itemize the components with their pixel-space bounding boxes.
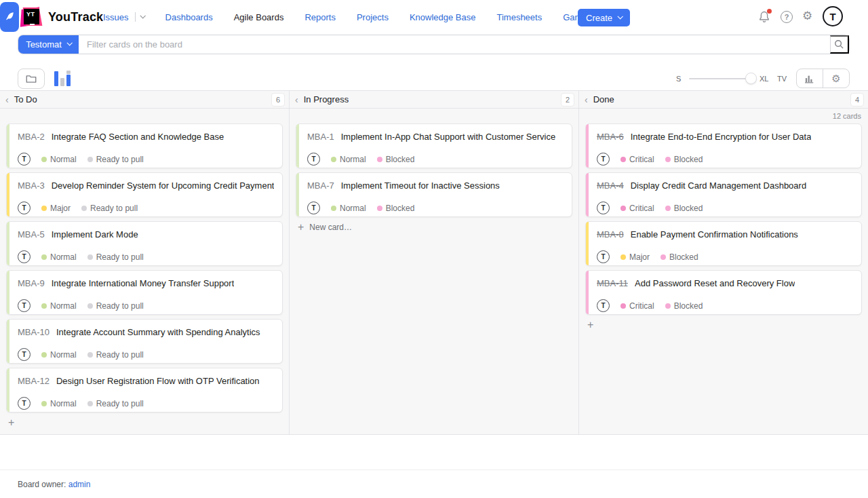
nav-item-timesheets[interactable]: Timesheets bbox=[496, 12, 542, 22]
issue-card-mba-10[interactable]: MBA-10Integrate Account Summary with Spe… bbox=[6, 319, 283, 364]
notifications-bell-button[interactable] bbox=[758, 10, 770, 26]
help-button[interactable]: ? bbox=[781, 11, 793, 23]
priority-field[interactable]: Normal bbox=[41, 350, 77, 360]
board-owner-link[interactable]: admin bbox=[68, 480, 91, 489]
state-field[interactable]: Blocked bbox=[665, 155, 703, 164]
issue-card-mba-5[interactable]: MBA-5Implement Dark ModeTNormalReady to … bbox=[6, 221, 283, 266]
settings-button[interactable]: ⚙ bbox=[802, 10, 812, 22]
create-button[interactable]: Create bbox=[578, 9, 630, 26]
assignee-avatar[interactable]: T bbox=[597, 250, 610, 263]
priority-field[interactable]: Major bbox=[41, 204, 71, 213]
issue-card-mba-8[interactable]: MBA-8Enable Payment Confirmation Notific… bbox=[585, 221, 862, 266]
collapse-column-icon[interactable]: ‹ bbox=[295, 95, 298, 104]
issue-card-mba-2[interactable]: MBA-2Integrate FAQ Section and Knowledge… bbox=[6, 123, 283, 168]
assignee-avatar[interactable]: T bbox=[307, 153, 320, 166]
board-owner-line: Board owner: admin bbox=[18, 480, 90, 489]
collapse-column-icon[interactable]: ‹ bbox=[5, 95, 9, 104]
issue-id[interactable]: MBA-4 bbox=[597, 180, 624, 191]
user-avatar[interactable]: T bbox=[823, 6, 843, 26]
assignee-avatar[interactable]: T bbox=[597, 153, 610, 166]
issue-id[interactable]: MBA-3 bbox=[18, 180, 45, 191]
state-field[interactable]: Ready to pull bbox=[87, 301, 144, 311]
state-field[interactable]: Ready to pull bbox=[87, 155, 144, 164]
state-field[interactable]: Blocked bbox=[377, 204, 415, 213]
tv-mode-button[interactable]: TV bbox=[777, 75, 787, 83]
add-card-button[interactable]: + bbox=[8, 417, 289, 428]
issue-card-mba-6[interactable]: MBA-6Integrate End-to-End Encryption for… bbox=[585, 123, 862, 168]
issue-card-mba-12[interactable]: MBA-12Design User Registration Flow with… bbox=[6, 368, 283, 413]
nav-item-projects[interactable]: Projects bbox=[357, 12, 389, 22]
priority-field[interactable]: Normal bbox=[331, 155, 366, 164]
priority-field[interactable]: Normal bbox=[41, 399, 77, 408]
board-columns-view-icon[interactable] bbox=[54, 71, 72, 86]
assignee-avatar[interactable]: T bbox=[18, 202, 31, 214]
create-button-label: Create bbox=[586, 13, 612, 23]
priority-field[interactable]: Critical bbox=[620, 301, 654, 311]
cards-list: MBA-2Integrate FAQ Section and Knowledge… bbox=[0, 123, 289, 413]
assignee-avatar[interactable]: T bbox=[18, 153, 31, 166]
state-field[interactable]: Blocked bbox=[665, 204, 703, 213]
state-field[interactable]: Ready to pull bbox=[81, 204, 138, 213]
state-field[interactable]: Ready to pull bbox=[87, 252, 144, 262]
issue-id[interactable]: MBA-12 bbox=[18, 376, 50, 387]
card-size-slider-handle[interactable] bbox=[745, 73, 757, 84]
issue-id[interactable]: MBA-11 bbox=[597, 278, 628, 289]
issue-title: Integrate Account Summary with Spending … bbox=[56, 327, 260, 338]
priority-field[interactable]: Normal bbox=[331, 204, 366, 213]
card-size-slider-track[interactable] bbox=[689, 78, 747, 79]
issue-id[interactable]: MBA-9 bbox=[18, 278, 45, 289]
issue-card-mba-4[interactable]: MBA-4Display Credit Card Management Dash… bbox=[585, 172, 862, 217]
collapse-column-icon[interactable]: ‹ bbox=[585, 95, 588, 104]
issue-card-mba-3[interactable]: MBA-3Develop Reminder System for Upcomin… bbox=[6, 172, 283, 217]
state-field[interactable]: Blocked bbox=[660, 252, 698, 262]
issue-card-mba-1[interactable]: MBA-1Implement In-App Chat Support with … bbox=[296, 123, 572, 168]
nav-item-reports[interactable]: Reports bbox=[304, 12, 336, 22]
priority-field[interactable]: Critical bbox=[620, 155, 654, 164]
priority-field[interactable]: Critical bbox=[620, 204, 654, 213]
assignee-avatar[interactable]: T bbox=[18, 299, 31, 312]
priority-field[interactable]: Major bbox=[620, 252, 650, 262]
assignee-avatar[interactable]: T bbox=[597, 299, 610, 312]
issue-card-mba-7[interactable]: MBA-7Implement Timeout for Inactive Sess… bbox=[296, 172, 572, 217]
add-card-button[interactable]: + bbox=[587, 320, 868, 330]
nav-item-agile-boards[interactable]: Agile Boards bbox=[234, 12, 284, 22]
state-field[interactable]: Blocked bbox=[665, 301, 703, 311]
issue-id[interactable]: MBA-5 bbox=[18, 229, 45, 240]
assignee-avatar[interactable]: T bbox=[18, 397, 31, 410]
search-button[interactable] bbox=[830, 35, 849, 54]
card-fields: TMajorReady to pull bbox=[18, 202, 274, 214]
issue-card-mba-11[interactable]: MBA-11Add Password Reset and Recovery Fl… bbox=[585, 270, 862, 315]
state-dot bbox=[87, 157, 93, 162]
youtrack-logo[interactable]: YT YouTrack bbox=[20, 6, 103, 28]
issue-id[interactable]: MBA-7 bbox=[307, 180, 334, 191]
assignee-avatar[interactable]: T bbox=[597, 202, 610, 214]
issue-id[interactable]: MBA-10 bbox=[18, 327, 50, 338]
nav-item-issues[interactable]: Issues bbox=[103, 12, 144, 22]
nav-item-dashboards[interactable]: Dashboards bbox=[165, 12, 213, 22]
state-field[interactable]: Ready to pull bbox=[87, 399, 144, 408]
add-card-button[interactable]: +New card… bbox=[298, 222, 578, 233]
assignee-avatar[interactable]: T bbox=[307, 202, 320, 214]
assignee-avatar[interactable]: T bbox=[18, 250, 31, 263]
priority-field[interactable]: Normal bbox=[41, 155, 77, 164]
issue-title: Enable Payment Confirmation Notification… bbox=[631, 229, 798, 240]
chevron-down-icon[interactable] bbox=[140, 13, 145, 18]
state-field[interactable]: Ready to pull bbox=[87, 350, 144, 360]
priority-field[interactable]: Normal bbox=[41, 301, 77, 311]
card-header: MBA-4Display Credit Card Management Dash… bbox=[597, 180, 853, 191]
issue-id[interactable]: MBA-8 bbox=[597, 229, 624, 240]
issue-card-mba-9[interactable]: MBA-9Integrate International Money Trans… bbox=[6, 270, 283, 315]
nav-item-knowledge-base[interactable]: Knowledge Base bbox=[410, 12, 476, 22]
filter-cards-input[interactable] bbox=[79, 35, 830, 54]
chart-view-button[interactable] bbox=[797, 69, 823, 88]
sidebar-extension-button[interactable] bbox=[0, 2, 19, 32]
state-field[interactable]: Blocked bbox=[377, 155, 415, 164]
priority-field[interactable]: Normal bbox=[41, 252, 77, 262]
board-settings-button[interactable]: ⚙ bbox=[823, 69, 849, 88]
issue-id[interactable]: MBA-6 bbox=[597, 132, 624, 142]
backlog-folder-button[interactable] bbox=[18, 69, 45, 89]
issue-id[interactable]: MBA-2 bbox=[18, 132, 45, 142]
project-selector-button[interactable]: Testomat bbox=[18, 35, 79, 54]
issue-id[interactable]: MBA-1 bbox=[307, 132, 334, 142]
assignee-avatar[interactable]: T bbox=[18, 348, 31, 361]
